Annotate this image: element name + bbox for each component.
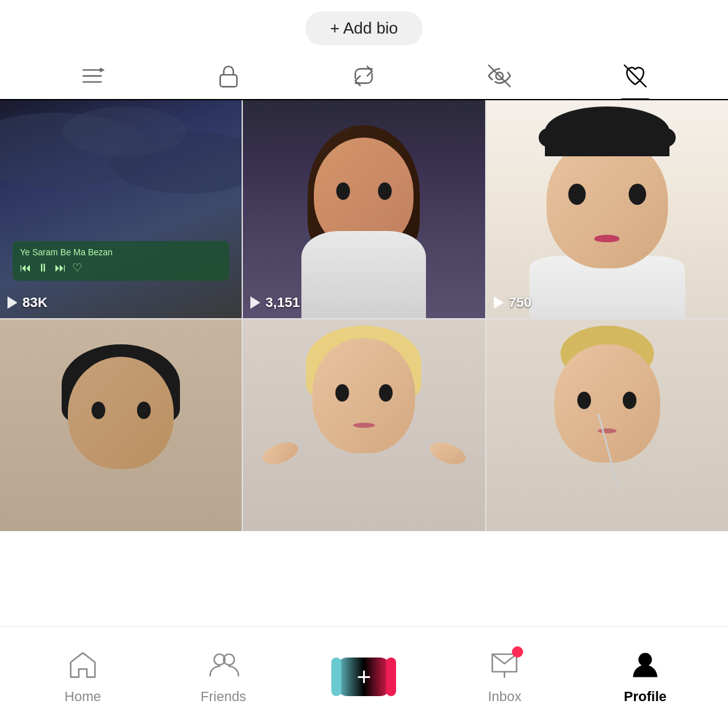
lock-icon[interactable] — [214, 62, 243, 90]
video-grid: Ye Saram Be Ma Bezan ⏮ ⏸ ⏭ ♡ 83K 3,151 — [0, 100, 728, 531]
nav-item-friends[interactable]: Friends — [153, 649, 294, 705]
heart-icon: ♡ — [72, 261, 82, 275]
repost-icon[interactable] — [349, 62, 378, 90]
song-title: Ye Saram Be Ma Bezan — [20, 247, 222, 257]
eye-right-5 — [379, 384, 393, 402]
friends-icon — [207, 649, 240, 684]
face-4 — [68, 357, 174, 469]
video-count-3: 750 — [494, 295, 532, 311]
video-cell-4[interactable] — [0, 319, 242, 531]
home-label: Home — [65, 689, 102, 705]
profile-icon — [629, 649, 661, 684]
svg-point-10 — [638, 653, 652, 666]
person-5 — [243, 319, 485, 531]
video-count-1: 83K — [7, 295, 47, 311]
next-icon: ⏭ — [55, 262, 66, 275]
person-4 — [0, 319, 242, 531]
person-6 — [486, 319, 728, 531]
eye-left-4 — [92, 402, 105, 419]
person-3 — [486, 100, 728, 318]
plus-sign: + — [357, 664, 371, 689]
face-3 — [546, 138, 668, 268]
profile-icon-wrap — [629, 649, 661, 684]
profile-label: Profile — [624, 689, 666, 705]
hand-left-5 — [260, 438, 301, 469]
filter-toolbar — [0, 53, 728, 100]
liked-icon[interactable] — [621, 62, 650, 90]
hide-icon[interactable] — [485, 62, 514, 90]
grid-filter-icon[interactable] — [78, 62, 107, 90]
inbox-label: Inbox — [488, 689, 521, 705]
hand-right-5 — [427, 438, 468, 469]
plus-icon-wrap: + — [336, 658, 391, 696]
play-icon-3 — [494, 296, 504, 309]
eye-right-4 — [137, 402, 151, 419]
svg-marker-3 — [100, 68, 105, 73]
friends-label: Friends — [201, 689, 246, 705]
mouth-5 — [353, 423, 375, 428]
svg-rect-4 — [220, 75, 237, 87]
bottom-nav: Home Friends + — [0, 626, 728, 726]
person-2 — [283, 125, 445, 318]
home-icon-wrap — [67, 649, 99, 684]
nav-item-profile[interactable]: Profile — [575, 649, 716, 705]
face-5 — [313, 338, 415, 453]
mouth-3 — [595, 235, 620, 242]
video-cell-5[interactable] — [243, 319, 485, 531]
nav-item-create[interactable]: + — [294, 658, 435, 696]
eye-left-5 — [335, 384, 349, 402]
music-controls: ⏮ ⏸ ⏭ ♡ — [20, 261, 222, 275]
pause-icon: ⏸ — [37, 262, 49, 275]
body-2 — [301, 231, 426, 318]
home-icon — [67, 649, 99, 684]
play-icon-1 — [7, 296, 17, 309]
play-icon-2 — [250, 296, 260, 309]
video-cell-3[interactable]: 750 — [486, 100, 728, 318]
video-cell-2[interactable]: 3,151 — [243, 100, 485, 318]
prev-icon: ⏮ — [20, 262, 31, 275]
eye-right-3 — [628, 184, 646, 205]
headband-3 — [539, 128, 676, 147]
video-count-2: 3,151 — [250, 295, 300, 311]
eye-left-6 — [577, 392, 591, 409]
eye-left-2 — [336, 182, 350, 200]
inbox-notification-dot — [512, 646, 523, 658]
eye-left-3 — [568, 184, 585, 205]
video-cell-1[interactable]: Ye Saram Be Ma Bezan ⏮ ⏸ ⏭ ♡ 83K — [0, 100, 242, 318]
video-cell-6[interactable] — [486, 319, 728, 531]
nav-item-home[interactable]: Home — [12, 649, 153, 705]
music-card: Ye Saram Be Ma Bezan ⏮ ⏸ ⏭ ♡ — [12, 241, 229, 281]
eye-right-2 — [378, 182, 392, 200]
mouth-6 — [598, 428, 617, 433]
nav-item-inbox[interactable]: Inbox — [434, 649, 575, 705]
add-bio-button[interactable]: + Add bio — [305, 11, 423, 45]
add-bio-section: + Add bio — [0, 0, 728, 53]
plus-button[interactable]: + — [336, 658, 391, 696]
inbox-icon-wrap — [488, 649, 521, 684]
eye-right-6 — [623, 392, 636, 409]
friends-icon-wrap — [207, 649, 240, 684]
